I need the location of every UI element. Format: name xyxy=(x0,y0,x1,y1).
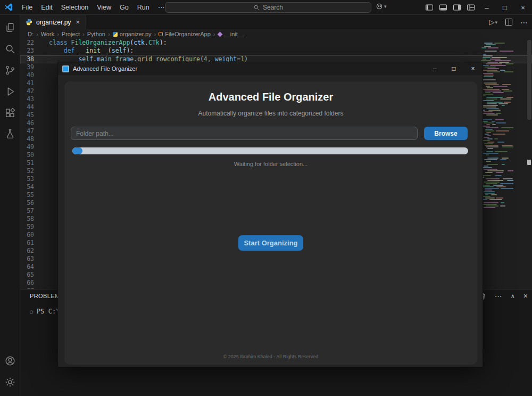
python-file-icon xyxy=(26,19,32,26)
minimap-seg xyxy=(486,132,491,133)
minimap-seg xyxy=(496,122,506,123)
progress-bar xyxy=(72,147,468,154)
minimap-row xyxy=(480,95,513,96)
breadcrumb-item[interactable]: Python xyxy=(87,31,105,37)
command-center-search[interactable]: Search xyxy=(165,2,371,13)
minimap-row xyxy=(480,124,513,125)
minimap-seg xyxy=(500,70,505,71)
minimap-row xyxy=(480,44,513,45)
editor-more-actions-icon[interactable]: ⋯ xyxy=(520,18,528,27)
minimap-seg xyxy=(487,170,504,171)
toggle-sidebar-left-icon[interactable] xyxy=(422,0,436,15)
line-number: 45 xyxy=(20,111,41,119)
menu-view[interactable]: View xyxy=(93,2,115,13)
split-editor-icon[interactable] xyxy=(505,18,513,26)
minimap-row xyxy=(480,100,513,101)
minimap-row xyxy=(480,108,513,109)
browse-button[interactable]: Browse xyxy=(424,127,468,140)
code-text xyxy=(41,231,49,239)
account-icon[interactable] xyxy=(0,350,20,372)
dialog-app-icon xyxy=(62,65,69,72)
breadcrumb-item[interactable]: Work xyxy=(41,31,54,37)
minimap-row xyxy=(480,55,513,56)
minimap-row xyxy=(480,130,513,131)
minimap-row xyxy=(480,174,513,175)
search-view-icon[interactable] xyxy=(0,38,20,60)
code-line-23[interactable]: 23 def __init__(self): xyxy=(20,47,532,55)
minimap-row xyxy=(480,135,513,136)
tab-close-icon[interactable]: × xyxy=(76,18,80,26)
breadcrumb-item[interactable]: __init__ xyxy=(218,31,245,37)
minimap-row xyxy=(480,54,513,55)
minimap-row xyxy=(480,62,513,63)
start-organizing-button[interactable]: Start Organizing xyxy=(238,235,303,251)
menu-edit[interactable]: Edit xyxy=(37,2,57,13)
minimap-row xyxy=(480,191,513,192)
minimap-row xyxy=(480,118,513,119)
code-text xyxy=(41,239,49,247)
copilot-menu[interactable]: ▾ xyxy=(376,3,387,10)
minimap-seg xyxy=(487,68,499,69)
explorer-icon[interactable] xyxy=(0,17,20,38)
line-number: 49 xyxy=(20,143,41,151)
panel-more-icon[interactable]: ⋯ xyxy=(495,292,502,300)
minimap-row xyxy=(480,143,513,144)
minimap-seg xyxy=(496,113,501,114)
minimap-row xyxy=(480,201,513,202)
minimap-row xyxy=(480,204,513,205)
line-number: 66 xyxy=(20,279,41,287)
customize-layout-icon[interactable] xyxy=(464,0,478,15)
dialog-titlebar[interactable]: Advanced File Organizer – □ × xyxy=(58,62,483,75)
minimap-row xyxy=(480,73,513,74)
minimap[interactable] xyxy=(480,39,513,214)
menu-go[interactable]: Go xyxy=(115,2,133,13)
minimap-seg xyxy=(483,55,493,56)
breadcrumb-item[interactable]: FileOrganizerApp xyxy=(159,31,211,37)
minimap-row xyxy=(480,110,513,111)
minimap-row xyxy=(480,167,513,168)
breadcrumb-item[interactable]: Project xyxy=(62,31,80,37)
minimap-seg xyxy=(485,193,495,194)
dialog-maximize-button[interactable]: □ xyxy=(444,62,463,75)
window-maximize-button[interactable]: □ xyxy=(496,0,514,15)
window-close-button[interactable]: × xyxy=(514,0,532,15)
activity-bar xyxy=(0,15,20,396)
minimap-seg xyxy=(484,207,495,208)
run-debug-icon[interactable] xyxy=(0,81,20,102)
minimap-row xyxy=(480,197,513,199)
line-number: 43 xyxy=(20,95,41,103)
tab-organizer-py[interactable]: organizer.py × xyxy=(20,15,86,29)
breadcrumb-separator-icon: › xyxy=(213,31,216,37)
search-placeholder: Search xyxy=(263,4,283,11)
extensions-icon[interactable] xyxy=(0,102,20,123)
minimap-seg xyxy=(490,59,501,60)
toggle-panel-icon[interactable] xyxy=(436,0,450,15)
breadcrumb-label: FileOrganizerApp xyxy=(165,31,211,37)
testing-icon[interactable] xyxy=(0,123,20,145)
minimap-seg xyxy=(487,138,493,139)
menu-run[interactable]: Run xyxy=(133,2,154,13)
toggle-sidebar-right-icon[interactable] xyxy=(450,0,464,15)
scrollbar-thumb[interactable] xyxy=(527,40,531,120)
line-number: 56 xyxy=(20,199,41,207)
dialog-minimize-button[interactable]: – xyxy=(425,62,444,75)
minimap-seg xyxy=(494,138,498,139)
minimap-row xyxy=(480,57,513,58)
editor-scrollbar[interactable] xyxy=(527,39,532,289)
line-number: 54 xyxy=(20,183,41,191)
breadcrumb-item[interactable]: D: xyxy=(28,31,34,37)
settings-gear-icon[interactable] xyxy=(0,372,20,393)
window-minimize-button[interactable]: – xyxy=(478,0,496,15)
menu-file[interactable]: File xyxy=(18,2,37,13)
source-control-icon[interactable] xyxy=(0,60,20,81)
code-line-22[interactable]: 22class FileOrganizerApp(ctk.CTk): xyxy=(20,39,532,47)
menu-selection[interactable]: Selection xyxy=(57,2,93,13)
breadcrumb-item[interactable]: organizer.py xyxy=(113,31,152,37)
panel-close-icon[interactable]: × xyxy=(523,292,528,300)
panel-maximize-icon[interactable]: ∧ xyxy=(511,293,515,300)
folder-path-input[interactable] xyxy=(71,127,418,140)
dialog-close-button[interactable]: × xyxy=(463,62,483,75)
minimap-seg xyxy=(488,47,498,48)
run-python-file-button[interactable]: ▷ ▾ xyxy=(489,18,497,26)
minimap-row xyxy=(480,154,513,155)
